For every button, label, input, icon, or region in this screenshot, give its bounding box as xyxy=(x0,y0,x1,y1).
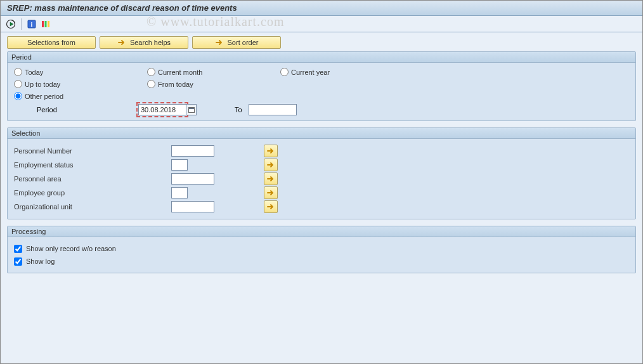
toolbar-divider xyxy=(21,18,22,30)
radio-from-today-label: From today xyxy=(158,81,193,88)
sort-order-label: Sort order xyxy=(228,39,259,46)
show-only-no-reason-label: Show only record w/o reason xyxy=(26,245,116,252)
radio-up-to-today[interactable]: Up to today xyxy=(14,80,109,88)
search-helps-button[interactable]: Search helps xyxy=(100,36,188,49)
period-field-label: Period xyxy=(37,106,132,114)
employment-status-input[interactable] xyxy=(171,159,188,171)
processing-legend: Processing xyxy=(8,226,635,237)
svg-rect-4 xyxy=(42,21,44,27)
selection-legend: Selection xyxy=(8,128,635,139)
organizational-unit-label: Organizational unit xyxy=(14,203,166,211)
arrow-right-icon xyxy=(215,38,224,47)
employee-group-input[interactable] xyxy=(171,187,188,198)
processing-group: Processing Show only record w/o reason S… xyxy=(7,226,636,273)
show-log-label: Show log xyxy=(26,257,55,265)
employee-group-multi-button[interactable] xyxy=(264,186,278,199)
personnel-number-label: Personnel Number xyxy=(14,147,166,155)
svg-rect-6 xyxy=(48,21,49,27)
organizational-unit-input[interactable] xyxy=(171,201,214,212)
radio-current-month[interactable]: Current month xyxy=(147,68,242,76)
radio-today-label: Today xyxy=(25,68,43,76)
arrow-right-icon xyxy=(117,38,126,47)
employee-group-label: Employee group xyxy=(14,189,166,197)
personnel-area-label: Personnel area xyxy=(14,175,166,183)
radio-current-year[interactable]: Current year xyxy=(280,68,375,76)
svg-text:i: i xyxy=(31,21,33,28)
selection-group: Selection Personnel Number Employment st… xyxy=(7,127,636,219)
sort-order-button[interactable]: Sort order xyxy=(192,36,281,49)
app-toolbar: i xyxy=(1,16,642,32)
window-title: SREP: mass maintenance of discard reason… xyxy=(1,1,642,16)
arrow-right-icon xyxy=(266,146,275,155)
period-to-input[interactable] xyxy=(249,104,297,115)
search-helps-label: Search helps xyxy=(130,39,171,46)
radio-other-period[interactable]: Other period xyxy=(14,92,109,100)
period-from-input[interactable] xyxy=(138,104,186,115)
arrow-right-icon xyxy=(266,202,275,211)
layout-icon[interactable] xyxy=(41,19,51,29)
action-button-row: Selections from Search helps Sort order xyxy=(7,36,636,49)
svg-rect-5 xyxy=(45,21,47,27)
content-area: Selections from Search helps Sort order … xyxy=(1,32,642,363)
selections-from-button[interactable]: Selections from xyxy=(7,36,96,49)
radio-up-to-today-label: Up to today xyxy=(25,81,60,88)
period-legend: Period xyxy=(8,52,635,63)
selections-from-label: Selections from xyxy=(27,39,75,46)
show-log-checkbox[interactable]: Show log xyxy=(14,255,629,268)
personnel-area-multi-button[interactable] xyxy=(264,172,278,185)
execute-icon[interactable] xyxy=(6,19,16,29)
arrow-right-icon xyxy=(266,160,275,169)
arrow-right-icon xyxy=(266,188,275,197)
employment-status-multi-button[interactable] xyxy=(264,159,278,171)
personnel-number-input[interactable] xyxy=(171,145,214,157)
show-only-no-reason-checkbox[interactable]: Show only record w/o reason xyxy=(14,242,629,255)
info-icon[interactable]: i xyxy=(27,19,37,29)
radio-current-month-label: Current month xyxy=(158,68,202,76)
arrow-right-icon xyxy=(266,174,275,183)
personnel-number-multi-button[interactable] xyxy=(264,145,278,157)
radio-current-year-label: Current year xyxy=(291,68,330,76)
date-picker-icon[interactable] xyxy=(186,104,197,115)
period-group: Period Today Current month Current year … xyxy=(7,51,636,121)
svg-rect-8 xyxy=(188,108,194,109)
radio-other-period-label: Other period xyxy=(25,93,63,100)
employment-status-label: Employment status xyxy=(14,161,166,169)
svg-marker-1 xyxy=(10,22,13,26)
personnel-area-input[interactable] xyxy=(171,173,214,185)
radio-today[interactable]: Today xyxy=(14,68,109,76)
period-to-label: To xyxy=(235,106,242,114)
organizational-unit-multi-button[interactable] xyxy=(264,200,278,213)
radio-from-today[interactable]: From today xyxy=(147,80,242,88)
